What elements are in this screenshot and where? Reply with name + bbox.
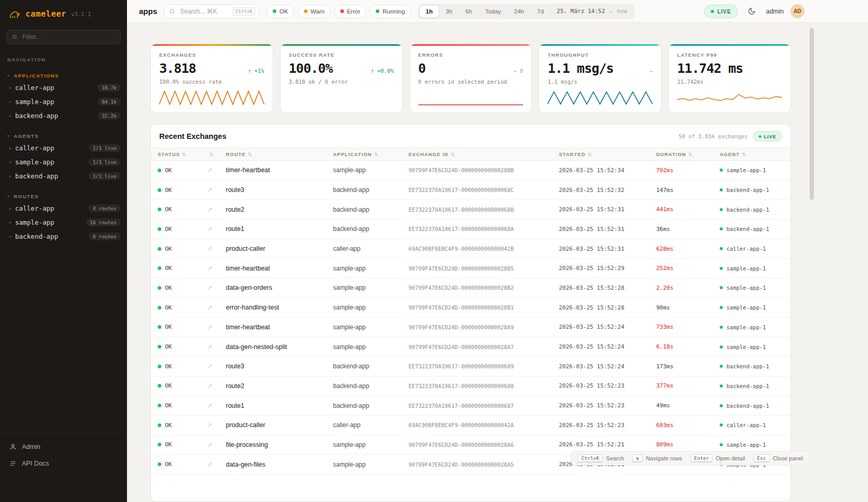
section-title-agents[interactable]: ▾ AGENTS xyxy=(0,131,127,141)
stat-card[interactable]: LATENCY P99 11.742 ms 11.742ms xyxy=(668,44,791,113)
stat-accent-bar xyxy=(410,44,532,46)
status-filter-chip[interactable]: Running xyxy=(369,5,411,18)
table-row[interactable]: OK ↗ data-gen-orders sample-app 90799F47… xyxy=(151,278,790,298)
sidebar-item-api-docs[interactable]: API Docs xyxy=(0,455,127,472)
sidebar-item-agent[interactable]: ▸ caller-app 1/1 live xyxy=(0,141,127,155)
duration-cell: 603ms xyxy=(649,422,713,429)
column-label: STATUS xyxy=(158,151,180,157)
app-logo[interactable]: cameleer v3.2.1 xyxy=(0,0,127,27)
table-live-badge[interactable]: LIVE xyxy=(753,131,782,141)
column-header[interactable]: STARTED ⇅ xyxy=(552,151,649,157)
open-detail-cell[interactable]: ↗ xyxy=(200,304,219,311)
open-detail-cell[interactable]: ↗ xyxy=(200,343,219,351)
section-title-applications[interactable]: ▾ APPLICATIONS xyxy=(0,71,127,81)
column-header[interactable]: DURATION ⇅ xyxy=(649,151,713,157)
open-detail-cell[interactable]: ↗ xyxy=(200,245,219,252)
sidebar-item-agent[interactable]: ▸ sample-app 1/1 live xyxy=(0,155,127,169)
agent-label: sample-app-1 xyxy=(726,265,766,272)
scrollbar-thumb[interactable] xyxy=(810,28,814,200)
live-indicator[interactable]: LIVE xyxy=(704,5,738,18)
open-detail-cell[interactable]: ↗ xyxy=(200,206,219,213)
section-title-routes[interactable]: ▾ ROUTES xyxy=(0,191,127,201)
stat-card[interactable]: THROUGHPUT 1.1 msg/s → 1.1 msg/s xyxy=(539,44,661,113)
stat-title: THROUGHPUT xyxy=(547,52,653,58)
started-cell: 2026-03-25 15:52:28 xyxy=(552,285,649,291)
table-row[interactable]: OK ↗ route2 backend-app EE7322370A10617-… xyxy=(151,377,790,396)
status-filter-chip[interactable]: Error xyxy=(334,5,367,18)
stat-trend: → 0 xyxy=(513,68,523,74)
stat-card[interactable]: EXCHANGES 3.818 ↑ +1% 100.0% success rat… xyxy=(150,44,273,113)
sidebar-item-application[interactable]: ▸ backend-app 32.2k xyxy=(0,109,127,123)
open-detail-cell[interactable]: ↗ xyxy=(200,284,219,291)
open-detail-cell[interactable]: ↗ xyxy=(200,382,219,390)
open-detail-cell[interactable]: ↗ xyxy=(200,225,219,233)
sidebar-filter[interactable] xyxy=(6,30,121,44)
table-row[interactable]: OK ↗ product-caller caller-app 69AC90BF8… xyxy=(151,239,790,259)
open-detail-cell[interactable]: ↗ xyxy=(200,166,219,174)
sidebar-item-admin[interactable]: Admin xyxy=(0,439,127,455)
avatar[interactable]: AD xyxy=(790,4,805,18)
table-row[interactable]: OK ↗ timer-heartbeat sample-app 90799F47… xyxy=(151,161,790,181)
open-detail-cell[interactable]: ↗ xyxy=(200,421,219,429)
time-range-button[interactable]: 3h xyxy=(440,5,459,18)
docs-icon xyxy=(9,460,17,467)
status-label: OK xyxy=(165,343,172,350)
agent-cell: backend-app-1 xyxy=(713,187,790,193)
started-cell: 2026-03-25 15:52:31 xyxy=(552,246,649,252)
open-detail-cell[interactable]: ↗ xyxy=(200,186,219,194)
table-row[interactable]: OK ↗ timer-heartbeat sample-app 90799F47… xyxy=(151,318,790,338)
column-header[interactable]: APPLICATION ⇅ xyxy=(326,151,402,157)
open-detail-cell[interactable]: ↗ xyxy=(200,324,219,331)
search-input[interactable] xyxy=(179,7,228,16)
table-row[interactable]: OK ↗ route3 backend-app EE7322370A10617-… xyxy=(151,181,790,200)
open-row-icon: ↗ xyxy=(207,421,212,429)
sidebar-item-route[interactable]: ▸ sample-app 16 routes xyxy=(0,215,127,229)
time-range-button[interactable]: 24h xyxy=(508,5,530,18)
status-filter-chip[interactable]: OK xyxy=(266,5,295,18)
time-range-button[interactable]: 1h xyxy=(419,5,439,18)
column-header[interactable]: ROUTE ⇅ xyxy=(219,151,326,157)
column-header[interactable]: STATUS ⇅ xyxy=(151,151,200,157)
agent-cell: sample-app-1 xyxy=(713,324,790,330)
time-range-button[interactable]: 7d xyxy=(531,5,550,18)
table-row[interactable]: OK ↗ route1 backend-app EE7322370A10617-… xyxy=(151,220,790,239)
section-caret-icon: ▾ xyxy=(7,195,10,199)
sidebar-item-application[interactable]: ▸ sample-app 84.1k xyxy=(0,95,127,109)
open-detail-cell[interactable]: ↗ xyxy=(200,402,219,409)
table-row[interactable]: OK ↗ error-handling-test sample-app 9079… xyxy=(151,298,790,318)
route-cell: data-gen-orders xyxy=(219,284,326,291)
open-detail-cell[interactable]: ↗ xyxy=(200,441,219,448)
open-detail-cell[interactable]: ↗ xyxy=(200,461,219,468)
stat-card[interactable]: SUCCESS RATE 100.0% ↑ +0.0% 3.818 ok / 0… xyxy=(280,44,403,113)
stat-value-row: 3.818 ↑ +1% xyxy=(159,61,264,76)
sidebar-item-route[interactable]: ▸ backend-app 6 routes xyxy=(0,229,127,243)
column-header[interactable]: AGENT ⇅ xyxy=(713,151,790,157)
duration-cell: 147ms xyxy=(649,187,713,194)
table-row[interactable]: OK ↗ data-gen-nested-split sample-app 90… xyxy=(151,337,790,357)
column-header[interactable]: EXCHANGE ID ⇅ xyxy=(402,151,552,157)
sidebar-item-badge: 16 routes xyxy=(86,218,121,226)
stat-card[interactable]: ERRORS 0 → 0 0 errors in selected period xyxy=(410,44,532,113)
time-range-button[interactable]: Today xyxy=(479,5,507,18)
table-row[interactable]: OK ↗ product-caller caller-app 69AC90BF8… xyxy=(151,416,790,435)
time-range-button[interactable]: 6h xyxy=(459,5,478,18)
exchange-count-summary: 50 of 3.834 exchanges xyxy=(679,133,748,139)
table-row[interactable]: OK ↗ route2 backend-app EE7322370A10617-… xyxy=(151,200,790,220)
sidebar-item-agent[interactable]: ▸ backend-app 1/1 live xyxy=(0,169,127,183)
filter-input[interactable] xyxy=(21,33,115,41)
table-row[interactable]: OK ↗ route1 backend-app EE7322370A10617-… xyxy=(151,396,790,416)
table-row[interactable]: OK ↗ route3 backend-app EE7322370A10617-… xyxy=(151,357,790,377)
sidebar-item-application[interactable]: ▸ caller-app 10.7k xyxy=(0,81,127,95)
open-detail-cell[interactable]: ↗ xyxy=(200,363,219,370)
sort-icon: ⇅ xyxy=(588,152,592,157)
sidebar-item-route[interactable]: ▸ caller-app 4 routes xyxy=(0,201,127,215)
status-filter-chip[interactable]: Warn xyxy=(298,5,331,18)
status-label: OK xyxy=(165,187,172,194)
column-header[interactable]: ⇅ xyxy=(200,152,219,157)
global-search[interactable]: Ctrl+K xyxy=(164,4,260,19)
sparkline-chart xyxy=(677,89,782,107)
open-detail-cell[interactable]: ↗ xyxy=(200,265,219,272)
agent-cell: backend-app-1 xyxy=(713,226,790,232)
table-row[interactable]: OK ↗ timer-heartbeat sample-app 90799F47… xyxy=(151,259,790,278)
theme-toggle-button[interactable] xyxy=(745,4,759,19)
